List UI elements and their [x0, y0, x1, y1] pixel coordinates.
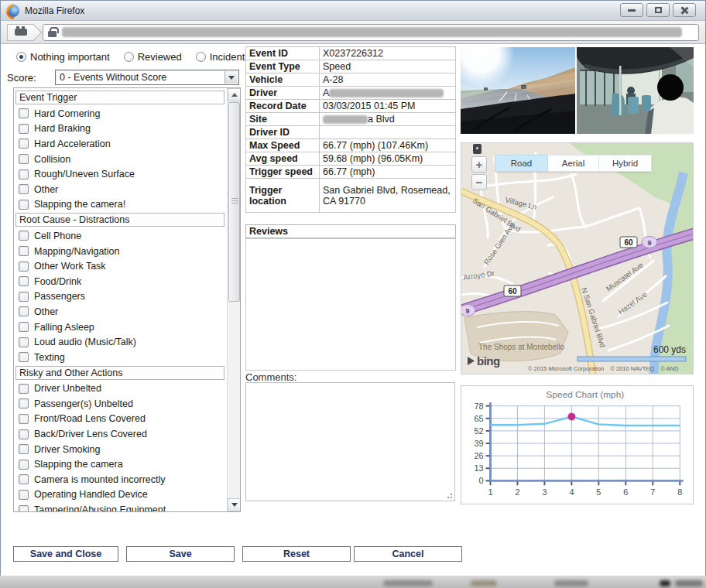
checkbox-item-other-distraction[interactable]: Other — [15, 304, 224, 320]
checkbox-item-cell-phone[interactable]: Cell Phone — [15, 228, 224, 244]
close-button[interactable] — [673, 3, 696, 17]
checkbox-item-back-driver-lens-covered[interactable]: Back/Driver Lens Covered — [15, 426, 224, 442]
section-header-event-trigger: Event Trigger — [15, 91, 224, 104]
checkbox-item-driver-unbelted[interactable]: Driver Unbelted — [15, 381, 224, 397]
reset-button[interactable]: Reset — [242, 546, 351, 562]
checkbox-list-scrollbar[interactable] — [227, 88, 240, 511]
site-favicon-icon — [15, 29, 27, 36]
svg-text:39: 39 — [475, 439, 484, 448]
checkbox[interactable] — [19, 154, 29, 164]
checkbox[interactable] — [19, 398, 29, 409]
scrollbar-thumb[interactable] — [228, 102, 240, 302]
checkbox-item-rough-uneven-surface[interactable]: Rough/Uneven Surface — [15, 166, 224, 182]
section-header-root-cause-distractions: Root Cause - Distractions — [15, 213, 224, 227]
checkbox-item-food-drink[interactable]: Food/Drink — [15, 274, 224, 289]
cancel-button[interactable]: Cancel — [354, 546, 462, 562]
dropdown-arrow-button[interactable] — [224, 71, 238, 84]
checkbox[interactable] — [19, 231, 29, 241]
checkbox[interactable] — [19, 474, 29, 484]
checkbox-item-tampering-abusing-equipment[interactable]: Tampering/Abusing Equipment — [15, 502, 224, 512]
checkbox-item-hard-acceleration[interactable]: Hard Acceleration — [15, 136, 224, 152]
map-zoom-out-button[interactable]: − — [471, 174, 487, 190]
restore-button[interactable] — [646, 3, 670, 17]
close-icon — [680, 6, 689, 15]
radio-nothing-important[interactable] — [16, 52, 26, 62]
checkbox[interactable] — [19, 138, 29, 149]
checkbox-item-hard-braking[interactable]: Hard Braking — [15, 121, 224, 137]
radio-label[interactable]: Reviewed — [138, 51, 182, 63]
checkbox[interactable] — [19, 292, 29, 302]
bing-map[interactable]: 60 60 9 9 Village Ln San Gabriel Blvd Ro… — [461, 142, 694, 374]
map-type-aerial[interactable]: Aerial — [548, 155, 599, 172]
checkbox-item-mapping-navigation[interactable]: Mapping/Navigation — [15, 244, 224, 259]
score-dropdown[interactable]: 0 - Events Without Score — [55, 70, 239, 85]
checkbox[interactable] — [19, 184, 29, 194]
checkbox[interactable] — [19, 246, 29, 256]
radio-label[interactable]: Nothing important — [30, 51, 110, 63]
checkbox-item-other-trigger[interactable]: Other — [15, 182, 224, 197]
route-shield-60: 60 — [624, 238, 633, 247]
checkbox[interactable] — [19, 490, 29, 500]
checkbox[interactable] — [19, 384, 29, 394]
checkbox[interactable] — [19, 200, 29, 210]
table-row: Trigger speed66.77 (mph) — [246, 166, 456, 179]
checkbox-item-front-road-lens-covered[interactable]: Front/Road Lens Covered — [15, 412, 224, 427]
map-type-hybrid[interactable]: Hybrid — [599, 155, 652, 172]
checkbox-item-slapping-the-camera-2[interactable]: Slapping the camera — [15, 456, 224, 472]
checkbox[interactable] — [19, 124, 29, 134]
checkbox-item-falling-asleep[interactable]: Falling Asleep — [15, 320, 224, 335]
checkbox[interactable] — [19, 460, 29, 470]
score-selected-value: 0 - Events Without Score — [60, 72, 166, 83]
checkbox-item-hard-cornering[interactable]: Hard Cornering — [15, 106, 224, 121]
route-shield-9: 9 — [647, 239, 651, 247]
checkbox-item-passengers-unbelted[interactable]: Passenger(s) Unbelted — [15, 396, 224, 412]
checkbox[interactable] — [19, 505, 29, 512]
checkbox[interactable] — [19, 262, 29, 272]
bing-logo[interactable]: bing — [477, 354, 500, 368]
checkbox[interactable] — [19, 444, 29, 454]
map-type-road[interactable]: Road — [495, 155, 548, 172]
event-checkbox-list[interactable]: Event Trigger Hard Cornering Hard Brakin… — [13, 87, 241, 512]
checkbox[interactable] — [19, 429, 29, 439]
restore-icon — [655, 7, 662, 13]
site-identity-button[interactable] — [7, 24, 33, 41]
checkbox[interactable] — [19, 169, 29, 179]
checkbox[interactable] — [19, 276, 29, 286]
checkbox-item-other-work-task[interactable]: Other Work Task — [15, 258, 224, 274]
speed-chart: Speed Chart (mph)013263952657812345678 — [461, 385, 694, 504]
radio-reviewed[interactable] — [124, 52, 134, 62]
checkbox[interactable] — [19, 337, 29, 347]
save-and-close-button[interactable]: Save and Close — [13, 546, 118, 562]
svg-text:52: 52 — [475, 426, 484, 436]
checkbox-item-camera-mounted-incorrectly[interactable]: Camera is mounted incorrectly — [15, 472, 224, 487]
checkbox-item-collision[interactable]: Collision — [15, 152, 224, 167]
table-row: Trigger locationSan Gabriel Blvd, Roseme… — [246, 179, 456, 213]
checkbox[interactable] — [19, 108, 29, 118]
scroll-up-button[interactable] — [228, 88, 241, 101]
table-row: Event TypeSpeed — [246, 60, 456, 74]
checkbox-item-operating-handled-device[interactable]: Operating Handled Device — [15, 487, 224, 503]
window-titlebar: Mozilla Firefox — [1, 1, 705, 21]
radio-incident[interactable] — [196, 52, 206, 62]
checkbox[interactable] — [19, 352, 29, 362]
minimize-button[interactable] — [620, 3, 643, 17]
comments-textarea[interactable] — [245, 382, 455, 501]
checkbox[interactable] — [19, 306, 29, 316]
url-bar[interactable] — [43, 24, 699, 41]
scroll-down-button[interactable] — [228, 498, 241, 511]
svg-text:4: 4 — [569, 487, 574, 497]
radio-label[interactable]: Incident — [210, 51, 245, 63]
checkbox[interactable] — [19, 322, 29, 332]
checkbox-item-loud-audio[interactable]: Loud audio (Music/Talk) — [15, 334, 224, 350]
checkbox-item-driver-smoking[interactable]: Driver Smoking — [15, 442, 224, 457]
checkbox-item-passengers[interactable]: Passengers — [15, 289, 224, 305]
section-header-risky-and-other-actions: Risky and Other Actions — [15, 366, 224, 380]
driver-camera-image — [577, 47, 694, 134]
redacted-url — [62, 27, 682, 37]
save-button[interactable]: Save — [126, 546, 235, 562]
checkbox-item-texting[interactable]: Texting — [15, 350, 224, 365]
checkbox[interactable] — [19, 414, 29, 424]
checkbox-item-slapping-the-camera[interactable]: Slapping the camera! — [15, 197, 224, 213]
map-zoom-in-button[interactable]: + — [471, 156, 487, 173]
map-birdseye-icon[interactable] — [473, 144, 482, 154]
